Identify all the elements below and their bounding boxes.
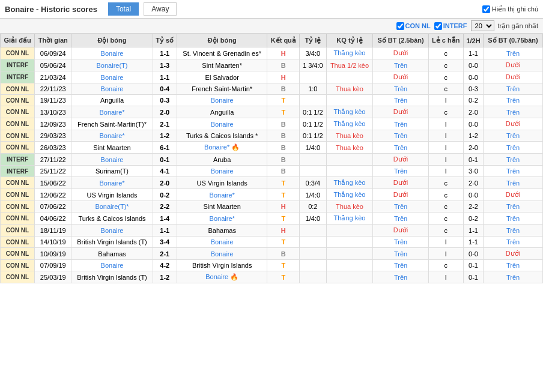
- match-time: 07/06/22: [35, 201, 71, 213]
- col-kq-ratio: KQ tỷ lệ: [326, 34, 373, 47]
- match-score: 2-1: [153, 248, 177, 260]
- tab-away[interactable]: Away: [144, 2, 177, 16]
- col-le-chan: Lẻ c hẵn: [428, 34, 463, 47]
- team1-name: Bonaire: [71, 83, 153, 95]
- team2-name: Sint Maarten: [177, 201, 267, 213]
- table-row: CON NL07/06/22Bonaire(T)*2-2Sint Maarten…: [1, 201, 543, 213]
- so-bt: Dưới: [373, 154, 428, 166]
- show-legend-checkbox[interactable]: [482, 5, 490, 13]
- half-score: 0-3: [463, 83, 483, 95]
- match-result: B: [267, 83, 300, 95]
- match-time: 25/03/19: [35, 271, 71, 283]
- interf-checkbox[interactable]: [434, 22, 442, 30]
- team1-name: Bonaire*: [71, 177, 153, 189]
- half-score: 0-0: [463, 59, 483, 71]
- con-nl-filter[interactable]: CON NL: [396, 22, 431, 30]
- col-score: Tỷ số: [153, 34, 177, 47]
- so-bt: Trên: [373, 130, 428, 142]
- team1-name: Bonaire*: [71, 106, 153, 118]
- half-score: 0-1: [463, 260, 483, 271]
- match-result: H: [267, 201, 300, 213]
- league-badge: CON NL: [1, 118, 35, 130]
- match-score: 0-3: [153, 95, 177, 106]
- match-time: 04/06/22: [35, 213, 71, 225]
- match-ratio: 1 3/4:0: [300, 59, 326, 71]
- kq-ratio: Thua 1/2 kèo: [326, 59, 373, 71]
- interf-filter[interactable]: INTERF: [434, 22, 467, 30]
- half-score: 1-2: [463, 130, 483, 142]
- le-chan: c: [428, 260, 463, 271]
- scores-table: Giải đấu Thời gian Đội bóng Tỷ số Đội bó…: [0, 34, 543, 283]
- team2-name: Sint Maarten*: [177, 59, 267, 71]
- team2-name: El Salvador: [177, 71, 267, 83]
- kq-ratio: Thắng kèo: [326, 118, 373, 130]
- show-legend-label[interactable]: Hiển thị ghi chú: [482, 5, 538, 13]
- match-time: 19/11/23: [35, 95, 71, 106]
- so-bt2: Trên: [484, 130, 543, 142]
- match-ratio: 1/4:0: [300, 142, 326, 154]
- table-row: CON NL29/03/23Bonaire*1-2Turks & Caicos …: [1, 130, 543, 142]
- team2-name: Anguilla: [177, 106, 267, 118]
- table-row: CON NL26/03/23Sint Maarten6-1Bonaire* 🔥B…: [1, 142, 543, 154]
- half-score: 3-0: [463, 166, 483, 177]
- league-badge: CON NL: [1, 201, 35, 213]
- col-so-bt2: Số BT (0.75bàn): [484, 34, 543, 47]
- so-bt: Trên: [373, 142, 428, 154]
- team1-name: Turks & Caicos Islands: [71, 213, 153, 225]
- kq-ratio: [326, 166, 373, 177]
- league-badge: CON NL: [1, 130, 35, 142]
- kq-ratio: Thua kèo: [326, 130, 373, 142]
- match-time: 10/09/19: [35, 248, 71, 260]
- so-bt: Trên: [373, 237, 428, 248]
- match-ratio: 0:1 1/2: [300, 130, 326, 142]
- so-bt: Trên: [373, 271, 428, 283]
- half-score: 0-1: [463, 154, 483, 166]
- so-bt: Trên: [373, 118, 428, 130]
- team2-name: St. Vincent & Grenadin es*: [177, 47, 267, 59]
- match-ratio: 1/4:0: [300, 189, 326, 201]
- so-bt: Trên: [373, 59, 428, 71]
- header-title: Bonaire - Historic scores: [5, 5, 97, 14]
- team2-name: Bahamas: [177, 225, 267, 237]
- le-chan: I: [428, 118, 463, 130]
- half-score: 0-2: [463, 213, 483, 225]
- so-bt: Trên: [373, 213, 428, 225]
- so-bt2: Dưới: [484, 71, 543, 83]
- team1-name: British Virgin Islands (T): [71, 237, 153, 248]
- so-bt2: Trên: [484, 106, 543, 118]
- team2-name: Bonaire: [177, 166, 267, 177]
- match-time: 27/11/22: [35, 154, 71, 166]
- le-chan: c: [428, 189, 463, 201]
- match-result: B: [267, 248, 300, 260]
- match-ratio: [300, 95, 326, 106]
- col-result: Kết quả: [267, 34, 300, 47]
- match-result: T: [267, 271, 300, 283]
- match-ratio: 0:3/4: [300, 177, 326, 189]
- kq-ratio: [326, 71, 373, 83]
- match-ratio: [300, 271, 326, 283]
- tab-total[interactable]: Total: [108, 2, 139, 16]
- team2-name: Bonaire: [177, 248, 267, 260]
- kq-ratio: Thắng kèo: [326, 47, 373, 59]
- match-score: 2-1: [153, 118, 177, 130]
- so-bt2: Trên: [484, 83, 543, 95]
- match-result: B: [267, 166, 300, 177]
- half-score: 0-0: [463, 71, 483, 83]
- kq-ratio: [326, 248, 373, 260]
- table-row: CON NL15/06/22Bonaire*2-0US Virgin Islan…: [1, 177, 543, 189]
- so-bt: Dưới: [373, 189, 428, 201]
- match-ratio: 0:1 1/2: [300, 106, 326, 118]
- match-ratio: [300, 71, 326, 83]
- count-select[interactable]: 10 20 30 50: [471, 20, 494, 31]
- so-bt: Trên: [373, 83, 428, 95]
- so-bt: Dưới: [373, 225, 428, 237]
- con-nl-checkbox[interactable]: [396, 22, 404, 30]
- kq-ratio: Thắng kèo: [326, 189, 373, 201]
- team1-name: Bonaire: [71, 71, 153, 83]
- le-chan: c: [428, 106, 463, 118]
- kq-ratio: Thắng kèo: [326, 106, 373, 118]
- col-so-bt: Số BT (2.5bàn): [373, 34, 428, 47]
- match-ratio: 0:2: [300, 201, 326, 213]
- so-bt2: Dưới: [484, 118, 543, 130]
- col-time: Thời gian: [35, 34, 71, 47]
